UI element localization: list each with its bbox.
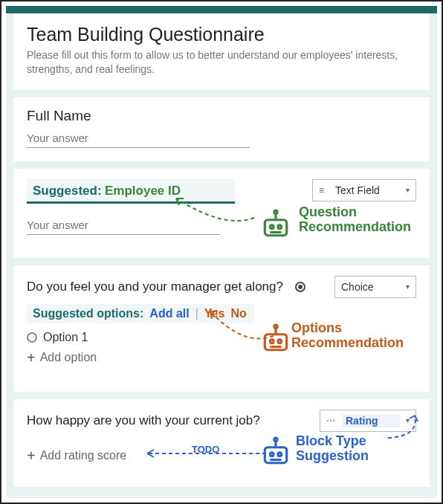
answer-input[interactable] — [27, 216, 220, 235]
question-text: Do you feel you and your manager get alo… — [27, 280, 283, 294]
type-select[interactable]: Choice ▾ — [334, 276, 416, 298]
question-card-2: Suggested: Employee ID ≡ Text Field ▾ Qu… — [13, 169, 430, 258]
add-option-button[interactable]: + Add option — [27, 350, 416, 365]
question-card-3: Do you feel you and your manager get alo… — [13, 265, 430, 392]
svg-point-5 — [274, 210, 277, 213]
svg-point-1 — [270, 225, 274, 229]
type-value: Text Field — [335, 184, 400, 196]
suggested-option-no[interactable]: No — [230, 307, 246, 320]
type-value: Rating — [343, 414, 400, 427]
answer-input[interactable] — [27, 129, 250, 148]
suggested-value: Employee ID — [105, 184, 181, 198]
suggested-prefix: Suggested: — [33, 184, 102, 198]
annotation-label: OptionsRecommendation — [291, 320, 425, 351]
robot-icon — [260, 209, 291, 240]
type-select[interactable]: ≡ Text Field ▾ — [312, 179, 416, 201]
form-subtitle: Please fill out this form to allow us to… — [27, 48, 413, 77]
suggested-options-chip: Suggested options: Add all | Yes No — [27, 304, 254, 323]
header-card: Team Building Questionnaire Please fill … — [13, 13, 430, 90]
type-value: Choice — [341, 281, 400, 293]
question-text: How happy are you with your current job? — [27, 413, 260, 428]
chevron-down-icon: ▾ — [406, 186, 410, 194]
robot-icon — [260, 436, 291, 468]
chevron-down-icon: ▾ — [406, 416, 410, 424]
type-select[interactable]: ⋯ Rating ▾ — [320, 410, 416, 432]
question-card-4: How happy are you with your current job?… — [13, 399, 430, 487]
plus-icon: + — [27, 448, 36, 463]
svg-point-11 — [274, 325, 277, 328]
suggested-title-chip[interactable]: Suggested: Employee ID — [27, 179, 235, 204]
svg-point-17 — [274, 438, 277, 441]
robot-icon — [260, 323, 291, 355]
suggested-options-label: Suggested options: — [33, 307, 143, 320]
svg-point-14 — [278, 453, 282, 456]
add-all-button[interactable]: Add all — [149, 307, 189, 320]
annotation-label: QuestionRecommendation — [299, 204, 425, 235]
suggested-option-yes[interactable]: Yes — [204, 307, 225, 320]
svg-point-2 — [278, 225, 282, 229]
radio-icon — [295, 282, 305, 292]
option-label: Option 1 — [43, 331, 88, 344]
radio-icon[interactable] — [27, 332, 37, 343]
question-label: Full Name — [27, 108, 416, 124]
svg-point-13 — [270, 453, 274, 456]
annotation-label: Block TypeSuggestion — [296, 433, 407, 464]
svg-point-8 — [278, 340, 282, 343]
chevron-down-icon: ▾ — [406, 282, 410, 291]
todo-label: TODO — [192, 444, 219, 455]
plus-icon: + — [27, 350, 36, 365]
svg-point-7 — [270, 340, 274, 343]
question-card-1: Full Name — [13, 97, 430, 161]
form-title: Team Building Questionnaire — [27, 24, 416, 45]
rating-icon: ⋯ — [326, 416, 337, 426]
textfield-icon: ≡ — [319, 185, 329, 196]
